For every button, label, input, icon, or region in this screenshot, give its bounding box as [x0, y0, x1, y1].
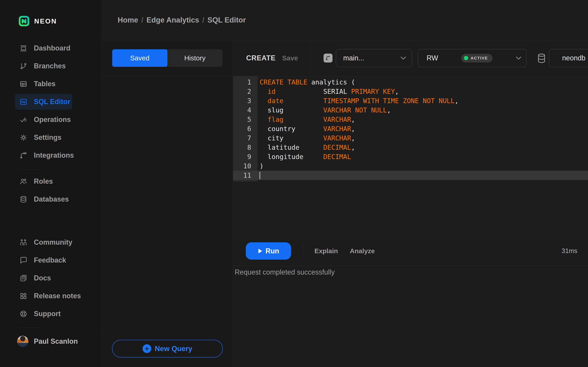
code-line-3: 3 date TIMESTAMP WITH TIME ZONE NOT NULL…: [233, 96, 588, 105]
roles-icon: [19, 177, 27, 185]
brand-name: NEON: [34, 17, 57, 25]
editor-action-bar: Run Explain Analyze 31ms: [233, 240, 588, 265]
analyze-button[interactable]: Analyze: [350, 240, 375, 262]
code-text: id SERIAL PRIMARY KEY,: [258, 87, 399, 96]
sidebar-item-branches[interactable]: Branches: [0, 57, 101, 75]
compute-select[interactable]: RW ACTIVE: [418, 49, 527, 67]
code-text: longitude DECIMAL: [258, 152, 351, 161]
sidebar-item-label: Databases: [34, 195, 69, 203]
line-number: 2: [233, 87, 258, 96]
line-number: 8: [233, 143, 258, 152]
sidebar-item-label: Docs: [34, 274, 51, 282]
chevron-down-icon: [400, 56, 406, 60]
sidebar-item-label: Integrations: [34, 151, 74, 159]
sql-code-editor[interactable]: 1CREATE TABLE analytics (2 id SERIAL PRI…: [233, 76, 588, 240]
sidebar-divider: [19, 169, 43, 169]
docs-icon: [19, 274, 27, 282]
sidebar-item-integrations[interactable]: Integrations: [0, 146, 101, 164]
code-line-4: 4 slug VARCHAR NOT NULL,: [233, 105, 588, 115]
brand-logo[interactable]: NEON: [18, 16, 57, 27]
queries-tabs-row: SavedHistory: [101, 40, 233, 76]
run-button[interactable]: Run: [246, 242, 291, 260]
settings-icon: [19, 133, 27, 142]
sidebar-item-tables[interactable]: Tables: [0, 75, 101, 93]
sidebar-item-settings[interactable]: Settings: [0, 129, 101, 146]
sidebar-item-label: Roles: [34, 177, 53, 185]
line-number: 10: [233, 161, 258, 171]
avatar: [17, 336, 28, 347]
breadcrumb-home[interactable]: Home: [118, 16, 138, 24]
branch-select-value: main...: [343, 54, 364, 62]
integrations-icon: [19, 151, 27, 159]
code-line-6: 6 country VARCHAR,: [233, 124, 588, 133]
query-title: CREATE: [246, 40, 276, 76]
code-line-10: 10): [233, 161, 588, 171]
new-query-label: New Query: [155, 345, 192, 353]
breadcrumb-separator: /: [141, 16, 144, 24]
branches-icon: [19, 62, 27, 70]
tables-icon: [19, 80, 27, 88]
breadcrumb-page: SQL Editor: [208, 16, 246, 24]
line-number: 6: [233, 124, 258, 133]
database-icon: [537, 53, 546, 64]
sidebar-item-label: SQL Editor: [34, 98, 70, 106]
sidebar-item-dashboard[interactable]: Dashboard: [0, 39, 101, 57]
sidebar-footer: CommunityFeedbackDocsRelease notesSuppor…: [0, 234, 101, 352]
sidebar-item-docs[interactable]: Docs: [0, 269, 101, 287]
line-number: 9: [233, 152, 258, 161]
sidebar-item-databases[interactable]: Databases: [0, 190, 101, 208]
breadcrumb-project[interactable]: Edge Analytics: [147, 16, 199, 24]
plus-circle-icon: [143, 344, 151, 353]
sidebar-item-feedback[interactable]: Feedback: [0, 251, 101, 269]
chevron-down-icon: [516, 56, 521, 60]
sidebar-item-support[interactable]: Support: [0, 305, 101, 323]
code-text: CREATE TABLE analytics (: [258, 77, 355, 87]
saved-history-tabs: SavedHistory: [112, 49, 223, 67]
dashboard-icon: [19, 44, 27, 52]
compute-select-value: RW: [427, 54, 438, 62]
sidebar-footer-group: CommunityFeedbackDocsRelease notesSuppor…: [0, 234, 101, 323]
sidebar-item-label: Feedback: [34, 256, 66, 264]
user-name: Paul Scanlon: [34, 337, 78, 345]
sidebar-item-label: Settings: [34, 133, 61, 142]
code-text: latitude DECIMAL,: [258, 143, 355, 152]
text-cursor: [259, 172, 260, 179]
line-number: 4: [233, 105, 258, 115]
code-line-9: 9 longitude DECIMAL: [233, 152, 588, 161]
databases-icon: [19, 195, 27, 203]
sidebar-item-roles[interactable]: Roles: [0, 172, 101, 190]
queries-panel-footer-divider: [101, 330, 233, 330]
new-query-button[interactable]: New Query: [112, 340, 223, 358]
sidebar-item-operations[interactable]: Operations: [0, 111, 101, 129]
branch-select[interactable]: main...: [336, 49, 412, 67]
run-label: Run: [266, 247, 279, 255]
sidebar-item-label: Community: [34, 238, 72, 246]
code-text: city VARCHAR,: [258, 133, 355, 143]
code-line-8: 8 latitude DECIMAL,: [233, 143, 588, 152]
database-select-value: neondb: [562, 54, 586, 62]
sidebar-main-group: DashboardBranchesTablesSQL EditorOperati…: [0, 39, 101, 164]
sidebar-item-sql-editor[interactable]: SQL Editor: [0, 93, 101, 111]
code-text: slug VARCHAR NOT NULL,: [258, 105, 391, 115]
sidebar-item-community[interactable]: Community: [0, 234, 101, 251]
explain-button[interactable]: Explain: [314, 240, 338, 262]
save-button[interactable]: Save: [282, 40, 298, 76]
tab-history[interactable]: History: [167, 49, 223, 67]
line-number: 1: [233, 77, 258, 87]
database-select[interactable]: neondb: [549, 49, 588, 67]
queries-panel: SavedHistory New Query: [101, 40, 233, 367]
sidebar-item-label: Dashboard: [34, 44, 70, 52]
status-message: Request completed successfully: [233, 265, 588, 367]
tab-saved[interactable]: Saved: [112, 49, 167, 67]
community-icon: [19, 238, 27, 246]
line-number: 3: [233, 96, 258, 105]
user-menu[interactable]: Paul Scanlon: [0, 331, 101, 352]
play-icon: [258, 248, 262, 254]
sql-editor-icon: [19, 98, 27, 106]
line-number: 11: [233, 171, 258, 180]
branch-merge-icon[interactable]: [324, 54, 332, 63]
status-badge: ACTIVE: [461, 54, 493, 63]
sidebar-item-release-notes[interactable]: Release notes: [0, 287, 101, 305]
support-icon: [19, 310, 27, 318]
sidebar-secondary-group: RolesDatabases: [0, 172, 101, 208]
